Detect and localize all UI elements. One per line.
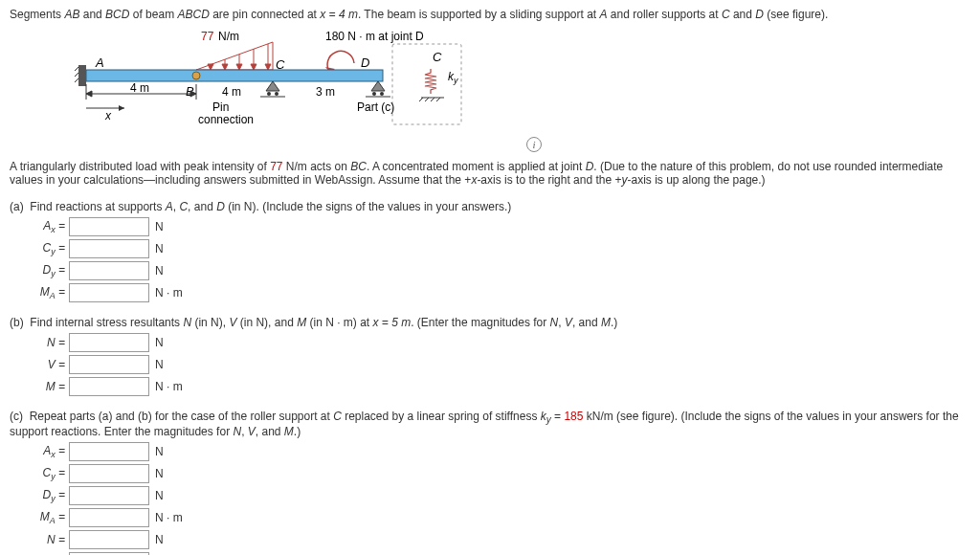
problem-statement: Segments AB and BCD of beam ABCD are pin… [10, 8, 970, 21]
svg-text:Pin: Pin [212, 100, 229, 114]
answer-row: N =N [33, 333, 970, 352]
answer-unit: N [155, 220, 164, 233]
svg-point-36 [372, 92, 376, 96]
svg-point-32 [275, 92, 278, 96]
answer-unit: N [155, 264, 164, 278]
answer-row: Dy =N [33, 486, 970, 505]
answer-row: Cy =N [33, 464, 970, 483]
answer-input[interactable] [69, 333, 149, 352]
answer-input[interactable] [69, 239, 149, 258]
answer-label: MA = [33, 285, 65, 300]
answer-unit: N [155, 445, 164, 458]
answer-label: Cy = [33, 466, 65, 481]
part-b: (b) Find internal stress resultants N (i… [10, 316, 970, 396]
answer-label: N = [33, 336, 65, 349]
svg-marker-30 [266, 81, 279, 91]
svg-line-25 [75, 73, 78, 77]
svg-marker-10 [196, 42, 273, 70]
svg-marker-44 [86, 91, 92, 97]
answer-unit: N [155, 336, 164, 349]
svg-marker-35 [371, 81, 385, 91]
answer-label: Ax = [33, 219, 65, 234]
answer-row: Ax =N [33, 442, 970, 461]
svg-marker-12 [208, 64, 213, 70]
svg-point-28 [192, 72, 200, 79]
svg-text:3 m: 3 m [316, 85, 335, 99]
svg-text:ky: ky [448, 70, 458, 85]
answer-label: Cy = [33, 241, 65, 256]
info-icon[interactable]: i [526, 137, 542, 152]
svg-marker-14 [222, 64, 228, 70]
answer-input[interactable] [69, 508, 149, 527]
svg-line-26 [75, 78, 78, 82]
answer-row: M =N · m [33, 377, 970, 396]
svg-marker-16 [236, 64, 242, 70]
answer-label: M = [33, 380, 65, 393]
svg-line-6 [425, 98, 429, 101]
answer-input[interactable] [69, 217, 149, 236]
answer-label: N = [33, 533, 65, 546]
answer-input[interactable] [69, 464, 149, 483]
answer-row: Ax =N [33, 217, 970, 236]
svg-text:C: C [433, 50, 442, 64]
answer-input[interactable] [69, 442, 149, 461]
answer-input[interactable] [69, 486, 149, 505]
answer-input[interactable] [69, 377, 149, 396]
svg-line-5 [419, 98, 423, 101]
answer-unit: N · m [155, 511, 183, 524]
answer-row: MA =N · m [33, 508, 970, 527]
answer-input[interactable] [69, 261, 149, 280]
svg-rect-23 [78, 65, 86, 86]
svg-text:180 N · m at joint D: 180 N · m at joint D [325, 30, 424, 43]
svg-text:N/m: N/m [218, 30, 239, 43]
answer-row: N =N [33, 530, 970, 549]
svg-text:4 m: 4 m [222, 85, 241, 99]
figure: 77 N/m 180 N · m at joint D C ky A B C D… [10, 27, 970, 152]
svg-marker-18 [251, 64, 256, 70]
answer-input[interactable] [69, 530, 149, 549]
svg-text:connection: connection [198, 113, 254, 126]
problem-description: A triangularly distributed load with pea… [10, 160, 970, 187]
svg-text:x: x [104, 109, 112, 122]
svg-marker-20 [265, 64, 271, 70]
answer-label: Ax = [33, 444, 65, 459]
answer-unit: N [155, 489, 164, 502]
answer-input[interactable] [69, 355, 149, 374]
svg-rect-22 [86, 70, 383, 81]
svg-text:D: D [361, 56, 369, 70]
answer-unit: N · m [155, 380, 183, 393]
answer-row: MA =N · m [33, 283, 970, 302]
svg-marker-50 [119, 105, 124, 111]
answer-row: Cy =N [33, 239, 970, 258]
answer-unit: N [155, 533, 164, 546]
answer-label: MA = [33, 510, 65, 525]
svg-line-8 [436, 98, 440, 101]
svg-text:A: A [95, 56, 104, 70]
svg-text:4 m: 4 m [130, 81, 149, 95]
svg-point-31 [267, 92, 271, 96]
answer-label: Dy = [33, 263, 65, 278]
answer-row: Dy =N [33, 261, 970, 280]
svg-text:Part (c): Part (c) [357, 100, 394, 114]
answer-unit: N [155, 242, 164, 255]
svg-line-7 [431, 98, 434, 101]
part-a: (a) Find reactions at supports A, C, and… [10, 200, 970, 302]
answer-input[interactable] [69, 283, 149, 302]
svg-text:C: C [276, 57, 285, 72]
answer-label: V = [33, 358, 65, 371]
answer-unit: N [155, 467, 164, 480]
answer-unit: N · m [155, 286, 183, 300]
svg-text:77: 77 [201, 30, 214, 43]
svg-point-37 [380, 92, 384, 96]
answer-unit: N [155, 358, 164, 371]
answer-row: V =N [33, 355, 970, 374]
svg-line-24 [75, 67, 78, 71]
part-c: (c) Repeat parts (a) and (b) for the cas… [10, 410, 970, 555]
answer-label: Dy = [33, 488, 65, 503]
